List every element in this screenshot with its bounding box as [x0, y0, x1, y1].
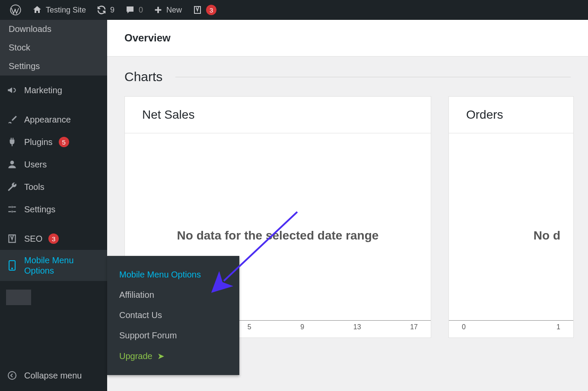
comments-link[interactable]: 0 — [120, 0, 148, 20]
user-icon — [6, 158, 18, 170]
wrench-icon — [6, 181, 18, 193]
plus-icon — [153, 5, 163, 15]
wordpress-icon — [10, 4, 22, 16]
sidebar-item-label: Users — [24, 159, 47, 170]
sidebar-item-seo[interactable]: SEO 3 — [0, 227, 107, 250]
brush-icon — [6, 114, 18, 126]
axis-tick: 9 — [300, 323, 304, 337]
sidebar-sub-stock[interactable]: Stock — [0, 38, 107, 57]
yoast-badge: 3 — [206, 5, 216, 15]
comments-count: 0 — [139, 6, 143, 15]
svg-point-3 — [12, 268, 13, 269]
sidebar-item-marketing[interactable]: Marketing — [0, 79, 107, 101]
updates-count: 9 — [110, 6, 114, 15]
charts-heading: Charts — [124, 69, 162, 84]
sidebar-item-appearance[interactable]: Appearance — [0, 108, 107, 131]
yoast-icon — [6, 233, 18, 245]
svg-point-1 — [10, 161, 14, 164]
seo-badge: 3 — [48, 233, 59, 244]
flyout-item-mobile-menu-options[interactable]: Mobile Menu Options — [107, 265, 239, 285]
sidebar-item-label: Tools — [24, 182, 44, 192]
collapse-menu-button[interactable]: Collapse menu — [0, 364, 107, 387]
axis-tick: 17 — [410, 323, 418, 337]
sidebar-item-label: Settings — [24, 204, 55, 214]
x-axis: 0 1 — [449, 320, 573, 337]
chart-title: Orders — [449, 97, 573, 133]
home-icon — [32, 5, 42, 15]
sidebar-item-mobile-menu-options[interactable]: Mobile Menu Options — [0, 250, 107, 281]
sidebar-item-settings[interactable]: Settings — [0, 198, 107, 221]
new-content-link[interactable]: New — [148, 0, 187, 20]
flyout-item-affiliation[interactable]: Affiliation — [107, 285, 239, 305]
admin-bar: Testing Site 9 0 New 3 — [0, 0, 588, 20]
sidebar-sub-section: Downloads Stock Settings — [0, 20, 107, 76]
flyout-item-upgrade[interactable]: Upgrade ➤ — [107, 346, 239, 366]
no-data-message: No data for the selected date range — [177, 227, 379, 244]
sidebar-item-label: Marketing — [24, 85, 62, 95]
yoast-icon — [192, 5, 203, 15]
comment-icon — [125, 5, 135, 15]
sidebar-item-label: Mobile Menu Options — [24, 255, 101, 276]
svg-point-4 — [8, 372, 16, 379]
sidebar-item-plugins[interactable]: Plugins 5 — [0, 131, 107, 153]
chart-card-orders: Orders No d 0 1 — [448, 96, 574, 338]
site-name: Testing Site — [46, 6, 86, 15]
flyout-item-support-forum[interactable]: Support Forum — [107, 325, 239, 346]
sidebar-item-label: SEO — [24, 233, 42, 244]
sidebar-item-label: Plugins — [24, 137, 53, 147]
divider — [175, 77, 571, 77]
updates-link[interactable]: 9 — [91, 0, 120, 20]
axis-tick: 5 — [248, 323, 251, 337]
sidebar-item-users[interactable]: Users — [0, 153, 107, 176]
collapse-label: Collapse menu — [24, 371, 82, 381]
megaphone-icon — [6, 84, 18, 96]
triangle-right-icon: ➤ — [157, 351, 165, 361]
sidebar-item-label: Appearance — [24, 114, 71, 125]
wp-logo-menu[interactable] — [4, 0, 27, 20]
sidebar-sub-downloads[interactable]: Downloads — [0, 20, 107, 38]
overview-header: Overview — [107, 20, 588, 57]
admin-sidebar: Downloads Stock Settings Marketing Appea… — [0, 20, 107, 391]
flyout-item-contact-us[interactable]: Contact Us — [107, 305, 239, 325]
plugins-badge: 5 — [59, 137, 69, 147]
sidebar-placeholder-box — [6, 290, 31, 305]
no-data-message: No d — [462, 227, 560, 244]
overview-title: Overview — [124, 32, 171, 44]
update-icon — [96, 5, 107, 15]
axis-tick: 0 — [462, 323, 466, 337]
sidebar-sub-settings[interactable]: Settings — [0, 57, 107, 76]
upgrade-label: Upgrade — [119, 351, 153, 361]
chart-title: Net Sales — [125, 97, 431, 133]
axis-tick: 1 — [556, 323, 560, 337]
axis-tick: 13 — [353, 323, 361, 337]
plug-icon — [6, 136, 18, 148]
sliders-icon — [6, 203, 18, 215]
site-home-link[interactable]: Testing Site — [27, 0, 91, 20]
yoast-menu[interactable]: 3 — [187, 0, 222, 20]
collapse-icon — [6, 369, 18, 382]
new-label: New — [166, 6, 182, 15]
mobile-menu-flyout: Mobile Menu Options Affiliation Contact … — [107, 256, 239, 375]
sidebar-item-tools[interactable]: Tools — [0, 176, 107, 198]
mobile-icon — [6, 259, 18, 271]
